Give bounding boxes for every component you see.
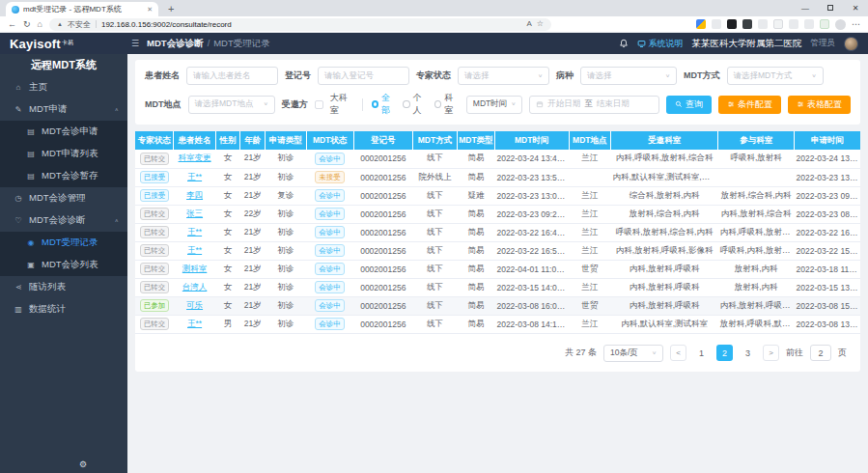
extension-icon[interactable] [727,19,737,29]
table-config-button[interactable]: 表格配置 [788,96,851,114]
patient-name-link[interactable]: 可乐 [186,300,203,310]
system-help-button[interactable]: 系统说明 [637,38,684,50]
big-dept-checkbox[interactable] [315,100,323,109]
filter-panel: 患者姓名 请输入患者姓名 登记号 请输入登记号 专家状态 请选择∨ 病种 请选择… [135,60,860,125]
next-page-button[interactable]: > [763,345,779,361]
minimize-icon[interactable]: — [793,4,818,13]
disease-select[interactable]: 请选择∨ [580,67,677,85]
address-bar[interactable]: ▲ 不安全 192.168.0.156:9002/consultate/reco… [49,18,551,31]
read-aloud-icon[interactable]: A [526,20,531,28]
place-cell: 世贸 [569,260,611,278]
extension-icon[interactable] [804,19,814,29]
sidebar-item[interactable]: ♡ MDT会诊诊断 ∧ [0,209,127,232]
sidebar: 远程MDT系统 ⌂ 主页 ✎ MDT申请 ∧ [0,54,127,473]
condition-config-button[interactable]: 条件配置 [718,96,781,114]
radio-icon [403,100,409,108]
sidebar-item[interactable]: ▥ 数据统计 [0,298,127,320]
new-tab-button[interactable]: + [168,4,174,14]
date-range-picker[interactable]: 开始日期 至 结束日期 [529,96,659,114]
menu-collapse-icon[interactable]: ☰ [131,39,139,48]
patient-name-link[interactable]: 李四 [186,190,203,200]
list-icon: ▣ [26,261,36,269]
more-icon[interactable]: ⋯ [852,20,860,29]
sidebar-item[interactable]: ◷ MDT会诊管理 [0,187,127,209]
browser-tab[interactable]: mdt受理记录 - 远程MDT系统 ✕ [6,2,158,16]
patient-name-link[interactable]: 王** [187,319,202,328]
expert-status-select[interactable]: 请选择∨ [458,67,549,85]
sidebar-item[interactable]: ⋖ 随访列表 [0,276,127,298]
browser-profile-avatar[interactable] [835,19,846,30]
expert-status-label: 专家状态 [416,70,451,82]
page-number-button[interactable]: 1 [693,345,710,361]
disease-label: 病种 [556,70,574,82]
extension-icon[interactable] [820,19,829,29]
back-icon[interactable]: ← [8,20,16,29]
mdt-place-select[interactable]: 请选择MDT地点∨ [188,96,275,114]
register-no-input[interactable]: 请输入登记号 [318,67,409,85]
expert-status-badge: 已接受 [140,189,170,202]
goto-page-input[interactable]: 2 [810,345,831,361]
mode-cell: 线下 [413,205,458,223]
page-number-button[interactable]: 3 [740,345,756,361]
age-cell: 21岁 [240,278,266,296]
patient-name-link[interactable]: 测科室 [182,264,208,273]
patient-name-link[interactable]: 王** [187,172,202,181]
extension-icon[interactable] [758,19,768,29]
radio-all[interactable]: 全部 [372,92,397,117]
mdt-mode-select[interactable]: 请选择MDT方式∨ [727,67,824,85]
expert-status-badge: 已转交 [140,153,170,165]
sidebar-item[interactable]: ⌂ 主页 [0,76,127,98]
sidebar-item[interactable]: ◉ MDT受理记录 [0,232,127,254]
gear-icon[interactable]: ⚙ [79,459,87,469]
time-field-select[interactable]: MDT时间∨ [466,96,523,114]
tab-close-icon[interactable]: ✕ [147,6,153,14]
home-icon[interactable]: ⌂ [38,20,42,29]
sidebar-item[interactable]: ▤ MDT会诊申请 [0,121,127,143]
close-icon[interactable]: ✕ [843,4,868,13]
table-row: 已转交 测科室 女 21岁 初诊 会诊中 0002001256 线下 简易 20… [135,260,860,278]
sidebar-item[interactable]: ▤ MDT申请列表 [0,143,127,165]
patient-name-input[interactable]: 请输入患者姓名 [186,67,278,85]
apply-type-cell: 复诊 [265,186,306,205]
sidebar-item[interactable]: ▤ MDT会诊暂存 [0,165,127,187]
page-size-select[interactable]: 10条/页∨ [603,345,663,362]
patient-name-link[interactable]: 王** [187,245,202,255]
age-cell: 21岁 [240,260,266,278]
mode-cell: 线下 [413,315,458,333]
total-count: 共 27 条 [565,347,597,359]
share-icon: ⋖ [14,283,23,292]
patient-name-link[interactable]: 科室变更 [179,153,211,162]
joined-depts-cell: 放射科,内科 [718,278,795,296]
mode-cell: 线下 [413,186,458,205]
sidebar-item[interactable]: ▣ MDT会诊列表 [0,254,127,276]
patient-name-link[interactable]: 台湾人 [182,282,208,292]
page-number-button[interactable]: 2 [716,345,733,361]
gender-cell: 女 [215,241,240,260]
patient-name-link[interactable]: 王** [187,227,202,236]
radio-personal[interactable]: 个人 [403,92,428,117]
extension-icon[interactable] [696,19,706,29]
search-button[interactable]: 查询 [666,96,712,114]
table-row: 已转交 台湾人 女 21岁 初诊 会诊中 0002001256 线下 简易 20… [135,278,860,296]
patient-name-link[interactable]: 张三 [186,209,203,218]
sidebar-item[interactable]: ✎ MDT申请 ∧ [0,98,127,121]
user-avatar[interactable] [844,37,858,51]
restore-icon[interactable] [818,4,843,13]
refresh-icon[interactable]: ↻ [23,20,31,29]
mdt-status-badge: 会诊中 [315,189,345,202]
favorite-icon[interactable]: ☆ [537,20,544,28]
extensions-area: ⋯ [696,19,860,30]
place-cell: 兰江 [569,186,611,205]
search-icon [675,100,683,108]
invited-depts-cell: 内科,放射科,呼吸科,影像科 [611,241,718,260]
extension-icon[interactable] [773,19,783,29]
mdt-place-label: MDT地点 [145,98,182,111]
bell-icon[interactable] [619,35,629,52]
prev-page-button[interactable]: < [670,345,686,361]
mode-cell: 线下 [413,278,458,296]
extension-icon[interactable] [789,19,798,29]
apply-type-cell: 初诊 [265,150,306,168]
extension-icon[interactable] [742,19,752,29]
radio-dept[interactable]: 科室 [434,92,460,117]
extension-icon[interactable] [712,19,721,29]
